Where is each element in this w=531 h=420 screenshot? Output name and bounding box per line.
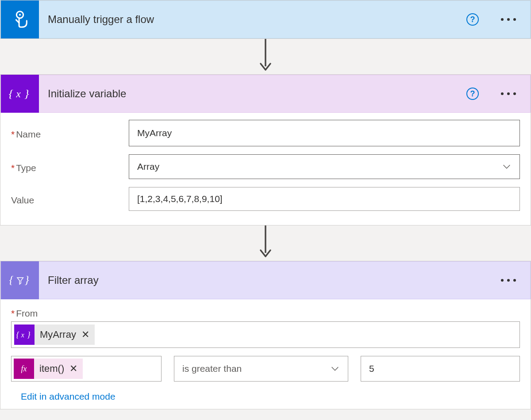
connector-arrow: [0, 39, 531, 74]
token-label: MyArray: [35, 329, 81, 340]
svg-point-1: [19, 14, 21, 15]
svg-text:{: {: [16, 330, 19, 339]
fx-icon: fx: [14, 359, 34, 379]
svg-text:}: }: [24, 273, 29, 286]
filter-array-header[interactable]: { } Filter array: [0, 261, 531, 299]
filter-array-title: Filter array: [39, 274, 500, 286]
expression-token[interactable]: fx item() ✕: [14, 359, 83, 379]
variable-icon: { x }: [1, 75, 39, 113]
more-actions-button[interactable]: [500, 89, 517, 99]
filter-array-body: *From { x } MyArray ✕: [0, 299, 531, 409]
value-field-label: Value: [11, 192, 129, 206]
trigger-card: Manually trigger a flow ?: [0, 0, 531, 39]
variable-token-icon: { x }: [14, 325, 35, 345]
token-remove-button[interactable]: ✕: [69, 363, 83, 374]
condition-value-input[interactable]: [361, 356, 519, 381]
more-actions-button[interactable]: [500, 15, 517, 24]
variable-token[interactable]: { x } MyArray ✕: [14, 325, 95, 345]
filter-array-card: { } Filter array *From { x: [0, 261, 531, 409]
svg-text:}: }: [27, 330, 30, 339]
type-field-label: *Type: [11, 160, 129, 173]
svg-text:x: x: [16, 88, 21, 99]
condition-left-input[interactable]: fx item() ✕: [11, 356, 162, 382]
token-label: item(): [34, 363, 69, 374]
type-select[interactable]: Array: [129, 154, 520, 179]
edit-advanced-mode-link[interactable]: Edit in advanced mode: [11, 391, 115, 402]
svg-text:}: }: [24, 87, 29, 100]
connector-arrow: [0, 225, 531, 261]
value-input[interactable]: [129, 187, 520, 211]
from-field-label: *From: [11, 308, 520, 319]
initialize-variable-title: Initialize variable: [39, 88, 466, 100]
initialize-variable-card: { x } Initialize variable ? *Name *Type: [0, 74, 531, 225]
initialize-variable-header[interactable]: { x } Initialize variable ?: [0, 75, 531, 113]
name-field-label: *Name: [11, 126, 129, 140]
more-actions-button[interactable]: [500, 275, 517, 285]
token-remove-button[interactable]: ✕: [81, 329, 95, 340]
filter-icon: { }: [1, 261, 39, 299]
name-input[interactable]: [129, 120, 520, 146]
chevron-down-icon: [330, 364, 340, 374]
manual-trigger-icon: [1, 0, 39, 38]
trigger-card-header[interactable]: Manually trigger a flow ?: [0, 0, 531, 38]
chevron-down-icon: [502, 162, 512, 172]
from-input[interactable]: { x } MyArray ✕: [11, 321, 520, 348]
help-icon[interactable]: ?: [466, 13, 479, 26]
svg-text:{: {: [9, 273, 13, 286]
trigger-title: Manually trigger a flow: [39, 13, 466, 26]
condition-operator-select[interactable]: is greater than: [174, 356, 348, 382]
svg-text:x: x: [21, 331, 24, 339]
svg-text:{: {: [9, 87, 14, 100]
condition-row: fx item() ✕ is greater than: [11, 356, 520, 382]
initialize-variable-body: *Name *Type Array Value: [0, 113, 531, 225]
help-icon[interactable]: ?: [466, 88, 479, 100]
